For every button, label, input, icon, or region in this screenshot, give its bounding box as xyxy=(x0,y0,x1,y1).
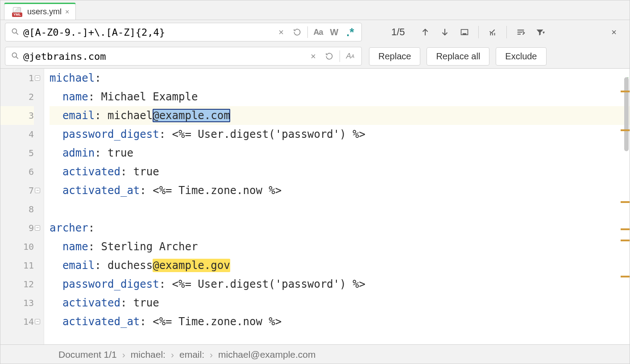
other-match: @example.gov xyxy=(153,259,230,272)
line-number: 7− xyxy=(0,181,34,200)
prev-match-button[interactable] xyxy=(417,24,434,41)
line-number: 10 xyxy=(0,237,34,256)
line-number: 4 xyxy=(0,125,34,144)
select-all-occurrences-button[interactable] xyxy=(456,24,473,41)
breadcrumb-document[interactable]: Document 1/1 xyxy=(58,349,117,360)
close-search-panel-icon[interactable]: × xyxy=(605,24,622,41)
code-line[interactable]: password_digest: <%= User.digest('passwo… xyxy=(50,275,630,294)
line-number: 14− xyxy=(0,312,34,331)
regex-toggle[interactable]: .* xyxy=(343,25,358,40)
code-line[interactable]: admin: true xyxy=(50,144,630,162)
search-icon xyxy=(8,27,22,37)
search-options-button[interactable] xyxy=(512,24,529,41)
code-line[interactable]: password_digest: <%= User.digest('passwo… xyxy=(50,125,630,144)
code-line[interactable] xyxy=(50,200,630,219)
breadcrumb-bar: Document 1/1 › michael: › email: › micha… xyxy=(0,344,630,364)
clear-find-icon[interactable]: × xyxy=(274,25,289,40)
line-number: 3 xyxy=(0,106,34,125)
fold-end-icon[interactable]: − xyxy=(35,188,40,193)
code-line[interactable]: activated_at: <%= Time.zone.now %> xyxy=(50,181,630,200)
svg-point-12 xyxy=(12,53,17,57)
replace-tools: × AA xyxy=(306,49,358,64)
line-number: 12 xyxy=(0,275,34,294)
svg-line-13 xyxy=(16,57,18,59)
code-line[interactable]: activated_at: <%= Time.zone.now %> xyxy=(50,312,630,331)
stripe-mark[interactable] xyxy=(621,228,630,230)
find-tools: × Aa W .* xyxy=(274,25,358,40)
find-replace-panel: × Aa W .* 1/5 xyxy=(0,20,630,69)
replace-input-wrap: × AA xyxy=(5,47,362,66)
line-number: 2 xyxy=(0,87,34,106)
code-line[interactable]: name: Michael Example xyxy=(50,87,630,106)
scrollbar-thumb[interactable] xyxy=(624,77,629,152)
replace-all-button[interactable]: Replace all xyxy=(427,47,489,66)
stripe-mark[interactable] xyxy=(621,276,630,277)
chevron-right-icon: › xyxy=(171,349,174,360)
whole-words-toggle[interactable]: W xyxy=(327,25,342,40)
fold-start-icon[interactable]: − xyxy=(35,75,40,81)
gutter: 1−234567−89−1011121314− xyxy=(0,69,44,344)
find-row: × Aa W .* 1/5 xyxy=(0,20,630,44)
code-line[interactable]: activated: true xyxy=(50,294,630,312)
line-number: 1− xyxy=(0,69,34,87)
svg-point-0 xyxy=(12,29,17,33)
tab-filename: users.yml xyxy=(27,7,62,17)
line-number: 9− xyxy=(0,219,34,237)
error-stripe[interactable]: ✔ xyxy=(621,69,630,344)
line-number: 11 xyxy=(0,256,34,275)
chevron-right-icon: › xyxy=(122,349,125,360)
tab-bar: YML users.yml × xyxy=(0,0,630,20)
svg-line-1 xyxy=(16,33,18,35)
replace-controls: Replace Replace all Exclude xyxy=(365,47,625,66)
code-line[interactable]: activated: true xyxy=(50,162,630,181)
replace-row: × AA Replace Replace all Exclude xyxy=(0,44,630,68)
fold-end-icon[interactable]: − xyxy=(35,319,40,324)
code-line[interactable]: archer: xyxy=(50,219,630,237)
chevron-right-icon: › xyxy=(210,349,213,360)
current-match: @example.com xyxy=(153,109,230,122)
line-number: 6 xyxy=(0,162,34,181)
stripe-mark[interactable] xyxy=(621,201,630,203)
code-line[interactable]: michael: xyxy=(50,69,630,87)
clear-replace-icon[interactable]: × xyxy=(306,49,321,64)
breadcrumb-item[interactable]: michael@example.com xyxy=(218,349,316,360)
line-number: 5 xyxy=(0,144,34,162)
match-count: 1/5 xyxy=(391,26,405,38)
code-area[interactable]: michael: name: Michael Example email: mi… xyxy=(44,69,630,344)
fold-start-icon[interactable]: − xyxy=(35,225,40,231)
filter-button[interactable]: ▾ xyxy=(532,24,549,41)
stripe-mark[interactable] xyxy=(621,129,630,131)
stripe-mark[interactable] xyxy=(621,91,630,92)
find-history-icon[interactable] xyxy=(290,25,305,40)
match-case-toggle[interactable]: Aa xyxy=(311,25,326,40)
code-line[interactable]: email: duchess@example.gov xyxy=(50,256,630,275)
yml-file-icon: YML xyxy=(11,6,24,18)
preserve-case-toggle[interactable]: AA xyxy=(343,49,358,64)
replace-input[interactable] xyxy=(22,50,306,62)
replace-history-icon[interactable] xyxy=(322,49,337,64)
stripe-mark[interactable] xyxy=(621,240,630,241)
find-controls: 1/5 ▾ × xyxy=(365,23,625,41)
line-number: 8 xyxy=(0,200,34,219)
find-input[interactable] xyxy=(22,26,274,38)
breadcrumb-item[interactable]: michael: xyxy=(131,349,166,360)
line-number: 13 xyxy=(0,294,34,312)
svg-rect-5 xyxy=(462,33,466,35)
code-line[interactable]: email: michael@example.com xyxy=(50,106,630,125)
replace-icon xyxy=(8,51,22,62)
next-match-button[interactable] xyxy=(436,24,453,41)
exclude-button[interactable]: Exclude xyxy=(496,47,546,66)
breadcrumb-item[interactable]: email: xyxy=(179,349,204,360)
file-tab[interactable]: YML users.yml × xyxy=(4,3,76,20)
close-tab-icon[interactable]: × xyxy=(65,8,69,16)
replace-button[interactable]: Replace xyxy=(369,47,420,66)
code-line[interactable]: name: Sterling Archer xyxy=(50,237,630,256)
add-selection-button[interactable] xyxy=(484,24,501,41)
find-input-wrap: × Aa W .* xyxy=(5,23,362,41)
code-editor[interactable]: 1−234567−89−1011121314− michael: name: M… xyxy=(0,69,630,344)
